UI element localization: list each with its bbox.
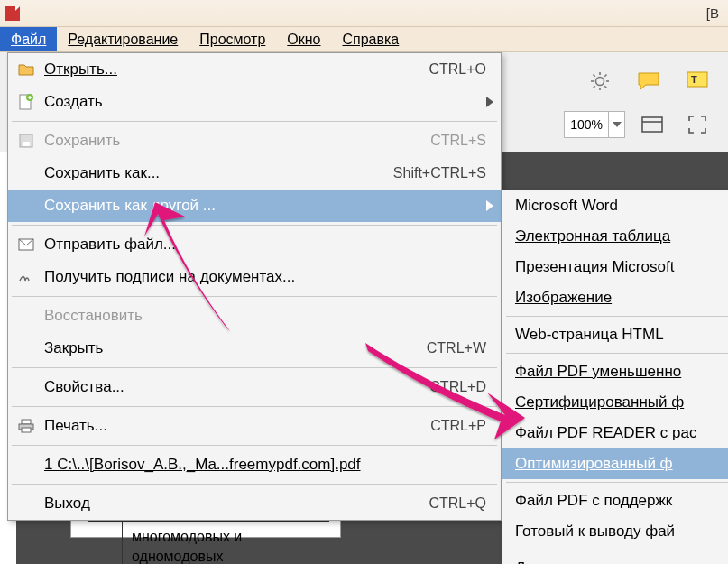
fit-icon[interactable] bbox=[679, 106, 715, 143]
menu-print[interactable]: Печать... CTRL+P bbox=[8, 410, 501, 442]
submenu-image[interactable]: Изображение bbox=[502, 282, 728, 313]
app-pdf-icon bbox=[5, 6, 20, 21]
svg-line-8 bbox=[604, 75, 606, 77]
submenu-web[interactable]: Web-страница HTML bbox=[502, 319, 728, 350]
svg-rect-11 bbox=[642, 117, 662, 132]
customize-icon[interactable] bbox=[582, 63, 618, 99]
menu-file[interactable]: Файл bbox=[0, 27, 57, 51]
svg-line-5 bbox=[594, 75, 595, 77]
submenu-word[interactable]: Microsoft Word bbox=[502, 190, 728, 221]
svg-rect-16 bbox=[23, 142, 30, 146]
folder-open-icon bbox=[17, 60, 35, 79]
signature-icon bbox=[17, 268, 35, 286]
save-icon bbox=[17, 132, 35, 150]
submenu-pdf-output[interactable]: Готовый к выводу фай bbox=[502, 516, 728, 547]
menu-help[interactable]: Справка bbox=[332, 27, 410, 51]
title-bar: [В bbox=[0, 0, 728, 27]
svg-rect-18 bbox=[22, 420, 31, 424]
zoom-dropdown-icon[interactable] bbox=[608, 112, 624, 137]
mail-icon bbox=[17, 236, 35, 254]
submenu-spreadsheet[interactable]: Электронная таблица bbox=[502, 221, 728, 252]
svg-point-0 bbox=[596, 78, 604, 86]
file-menu-dropdown: Открыть... CTRL+O Создать Сохранить CTRL… bbox=[7, 52, 502, 521]
submenu-other[interactable]: Другое bbox=[502, 553, 728, 564]
menu-save-as[interactable]: Сохранить как... Shift+CTRL+S bbox=[8, 157, 501, 190]
menu-recent-file[interactable]: 1 C:\..\[Borisov_A.B.,_Ma...freemypdf.co… bbox=[8, 448, 501, 481]
svg-rect-20 bbox=[22, 428, 31, 432]
comment-icon[interactable] bbox=[631, 63, 667, 99]
page-text: многомодовых и одномодовых bbox=[122, 521, 329, 564]
svg-line-7 bbox=[594, 86, 595, 88]
printer-icon bbox=[17, 417, 35, 435]
submenu-pdf-certified[interactable]: Сертифицированный ф bbox=[502, 387, 728, 418]
menu-window[interactable]: Окно bbox=[276, 27, 331, 51]
submenu-pdf-reduced[interactable]: Файл PDF уменьшенно bbox=[502, 356, 728, 387]
menu-send[interactable]: Отправить файл... bbox=[8, 228, 501, 261]
menu-view[interactable]: Просмотр bbox=[189, 27, 276, 51]
menu-save: Сохранить CTRL+S bbox=[8, 125, 501, 157]
menu-exit[interactable]: Выход CTRL+Q bbox=[8, 487, 501, 520]
menu-properties[interactable]: Свойства... CTRL+D bbox=[8, 371, 501, 403]
save-as-other-submenu: Microsoft Word Электронная таблица Презе… bbox=[502, 190, 728, 564]
zoom-value: 100% bbox=[565, 117, 608, 132]
menu-save-as-other[interactable]: Сохранить как другой ... bbox=[8, 190, 501, 222]
submenu-arrow-icon bbox=[486, 97, 493, 107]
menu-create[interactable]: Создать bbox=[8, 86, 501, 118]
menu-close[interactable]: Закрыть CTRL+W bbox=[8, 332, 501, 365]
submenu-pdf-support[interactable]: Файл PDF с поддержк bbox=[502, 485, 728, 516]
zoom-combo[interactable]: 100% bbox=[564, 111, 625, 138]
submenu-powerpoint[interactable]: Презентация Microsoft bbox=[502, 252, 728, 282]
svg-line-6 bbox=[604, 86, 606, 88]
submenu-pdf-optimized[interactable]: Оптимизированный ф bbox=[502, 448, 728, 479]
menu-edit[interactable]: Редактирование bbox=[57, 27, 189, 51]
document-new-icon bbox=[17, 93, 35, 111]
menu-restore: Восстановить bbox=[8, 300, 501, 332]
window-title: [В bbox=[706, 5, 723, 21]
menu-bar: Файл Редактирование Просмотр Окно Справк… bbox=[0, 27, 728, 52]
menu-open[interactable]: Открыть... CTRL+O bbox=[8, 53, 501, 86]
menu-get-signatures[interactable]: Получить подписи на документах... bbox=[8, 261, 501, 293]
submenu-pdf-reader[interactable]: Файл PDF READER с рас bbox=[502, 418, 728, 448]
layout-icon[interactable] bbox=[634, 106, 670, 143]
submenu-arrow-icon bbox=[486, 200, 493, 211]
highlight-icon[interactable]: T bbox=[679, 63, 715, 99]
svg-text:T: T bbox=[691, 74, 697, 85]
